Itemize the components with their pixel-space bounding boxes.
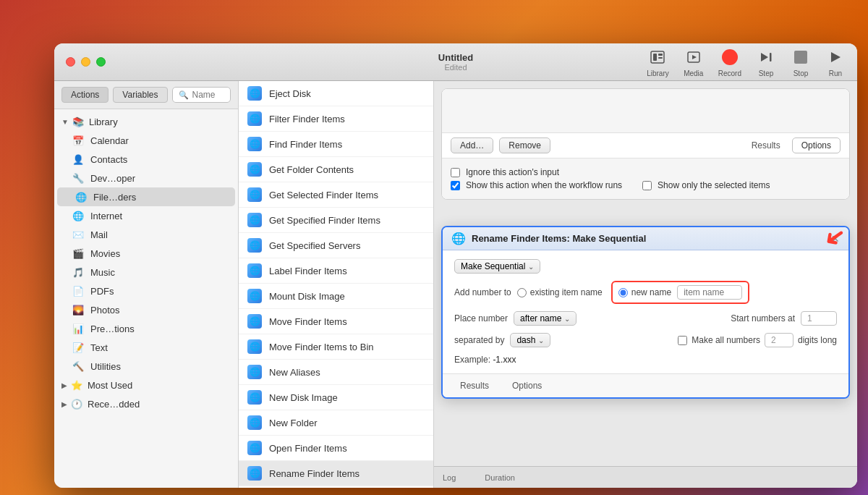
sidebar-section-most-used[interactable]: ▶ ⭐ Most Used	[54, 376, 238, 394]
show-when-runs-label: Show this action when the workflow runs	[466, 180, 622, 190]
presentations-icon: 📊	[72, 322, 85, 335]
show-when-runs-checkbox[interactable]	[451, 181, 460, 190]
find-finder-items-icon: 🌐	[247, 137, 262, 151]
sidebar-item-presentations-label: Pre…tions	[90, 323, 135, 334]
action-filter-finder-items[interactable]: 🌐 Filter Finder Items	[239, 106, 433, 132]
options-tab[interactable]: Options	[792, 138, 841, 153]
action-reveal-finder-items[interactable]: 🌐 Reveal Finder Items	[239, 486, 433, 488]
place-number-dropdown[interactable]: after name ⌄	[514, 311, 576, 326]
main-content: Actions Variables 🔍 ▼ 📚 Library 📅 Calend…	[54, 81, 857, 488]
action-label-finder-items[interactable]: 🌐 Label Finder Items	[239, 258, 433, 284]
sidebar-item-presentations[interactable]: 📊 Pre…tions	[54, 319, 238, 338]
sidebar-item-text[interactable]: 📝 Text	[54, 338, 238, 357]
log-label: Log	[443, 473, 456, 482]
show-only-selected-checkbox[interactable]	[642, 181, 652, 190]
contacts-icon: 👤	[72, 153, 85, 166]
sidebar-item-calendar[interactable]: 📅 Calendar	[54, 131, 238, 150]
action-move-finder-items-to-bin[interactable]: 🌐 Move Finder Items to Bin	[239, 334, 433, 360]
action-get-specified-finder-items[interactable]: 🌐 Get Specified Finder Items	[239, 208, 433, 233]
add-button[interactable]: Add…	[451, 138, 493, 153]
close-button[interactable]	[66, 57, 75, 67]
action-move-finder-items-to-bin-label: Move Finder Items to Bin	[269, 342, 374, 352]
actions-filter-button[interactable]: Actions	[61, 87, 109, 103]
make-all-numbers-checkbox[interactable]	[678, 336, 687, 345]
record-button[interactable]: Record	[718, 47, 741, 77]
existing-name-radio[interactable]	[517, 288, 527, 297]
sidebar-item-music[interactable]: 🎵 Music	[54, 263, 238, 282]
fullscreen-button[interactable]	[96, 57, 106, 67]
action-label-finder-items-label: Label Finder Items	[269, 266, 347, 276]
library-button[interactable]: Library	[647, 47, 669, 77]
start-numbers-input[interactable]	[801, 311, 837, 326]
results-tab[interactable]: Results	[743, 138, 789, 153]
digits-input[interactable]	[765, 333, 793, 347]
svg-rect-2	[658, 54, 663, 56]
action-find-finder-items[interactable]: 🌐 Find Finder Items	[239, 132, 433, 157]
get-specified-servers-icon: 🌐	[247, 238, 262, 253]
step-button[interactable]: Step	[756, 47, 776, 77]
sidebar-item-movies[interactable]: 🎬 Movies	[54, 244, 238, 263]
ignore-input-checkbox[interactable]	[451, 168, 460, 177]
action-get-folder-contents[interactable]: 🌐 Get Folder Contents	[239, 157, 433, 182]
rename-finder-items-icon: 🌐	[247, 466, 262, 481]
new-name-radio[interactable]	[618, 288, 628, 297]
sidebar-section-recently-added[interactable]: ▶ 🕐 Rece…dded	[54, 394, 238, 413]
action-move-finder-items[interactable]: 🌐 Move Finder Items	[239, 309, 433, 334]
show-only-selected-label: Show only the selected items	[658, 180, 770, 190]
sidebar-item-mail[interactable]: ✉️ Mail	[54, 225, 238, 244]
svg-rect-1	[653, 54, 657, 61]
label-finder-items-icon: 🌐	[247, 263, 262, 278]
make-sequential-dropdown[interactable]: Make Sequential ⌄	[454, 259, 540, 274]
add-number-to-row: Add number to existing item name new	[454, 281, 837, 304]
sidebar-item-utilities-label: Utilities	[90, 361, 121, 372]
library-label: Library	[647, 69, 669, 77]
variables-filter-button[interactable]: Variables	[113, 87, 167, 103]
media-button[interactable]: Media	[684, 47, 704, 77]
svg-marker-5	[692, 55, 697, 59]
add-number-radio-group: existing item name new name	[517, 281, 749, 304]
action-mount-disk-image-label: Mount Disk Image	[269, 291, 345, 302]
action-new-disk-image[interactable]: 🌐 New Disk Image	[239, 385, 433, 410]
example-value: -1.xxx	[493, 355, 516, 365]
action-open-finder-items[interactable]: 🌐 Open Finder Items	[239, 436, 433, 461]
sidebar-item-photos[interactable]: 🌄 Photos	[54, 300, 238, 319]
sidebar-item-pdfs[interactable]: 📄 PDFs	[54, 282, 238, 300]
sidebar-item-contacts[interactable]: 👤 Contacts	[54, 150, 238, 169]
sidebar-item-utilities[interactable]: 🔨 Utilities	[54, 357, 238, 376]
move-finder-items-icon: 🌐	[247, 314, 262, 329]
action-rename-finder-items[interactable]: 🌐 Rename Finder Items	[239, 461, 433, 486]
search-box: 🔍	[172, 87, 231, 103]
recently-added-icon: 🕐	[70, 397, 83, 410]
new-disk-image-icon: 🌐	[247, 390, 262, 405]
search-input[interactable]	[192, 90, 225, 100]
separated-by-dropdown[interactable]: dash ⌄	[510, 333, 550, 347]
action-get-specified-servers-label: Get Specified Servers	[269, 240, 360, 251]
window-title-sub: Edited	[438, 63, 473, 72]
rename-results-tab[interactable]: Results	[451, 378, 498, 393]
rename-options-tab[interactable]: Options	[503, 378, 550, 393]
titlebar: Untitled Edited Library	[54, 43, 857, 81]
action-mount-disk-image[interactable]: 🌐 Mount Disk Image	[239, 284, 433, 309]
sidebar-section-library[interactable]: ▼ 📚 Library	[54, 112, 238, 131]
action-get-selected-finder-items[interactable]: 🌐 Get Selected Finder Items	[239, 182, 433, 208]
pdfs-icon: 📄	[72, 284, 85, 297]
action-rename-finder-items-label: Rename Finder Items	[269, 468, 359, 479]
action-get-specified-finder-items-label: Get Specified Finder Items	[269, 215, 380, 226]
action-new-aliases[interactable]: 🌐 New Aliases	[239, 360, 433, 385]
sidebar-item-finder[interactable]: 🌐 File…ders	[57, 187, 235, 206]
place-number-arrow-icon: ⌄	[564, 315, 570, 323]
chevron-right-icon-2: ▶	[61, 400, 67, 408]
action-card-get-selected: Add… Remove Results Options Ignore this …	[441, 88, 850, 200]
stop-button[interactable]: Stop	[791, 47, 811, 77]
action-new-folder[interactable]: 🌐 New Folder	[239, 410, 433, 436]
run-button[interactable]: Run	[825, 47, 846, 77]
sidebar-item-internet[interactable]: 🌐 Internet	[54, 206, 238, 225]
item-name-input[interactable]	[677, 285, 742, 300]
remove-button[interactable]: Remove	[499, 138, 550, 153]
minimize-button[interactable]	[81, 57, 90, 67]
sidebar-item-developer[interactable]: 🔧 Dev…oper	[54, 169, 238, 187]
new-name-option: new name	[618, 287, 671, 297]
action-eject-disk[interactable]: 🌐 Eject Disk	[239, 81, 433, 106]
action-move-finder-items-label: Move Finder Items	[269, 316, 347, 327]
action-get-specified-servers[interactable]: 🌐 Get Specified Servers	[239, 233, 433, 258]
